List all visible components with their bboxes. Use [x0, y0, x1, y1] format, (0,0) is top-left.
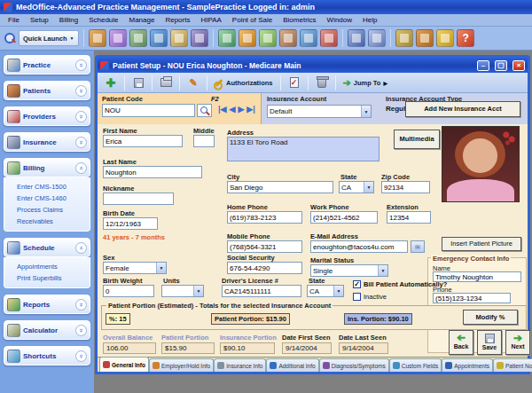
zip-input[interactable]: [381, 181, 430, 193]
verify-button[interactable]: ✓: [285, 75, 304, 91]
menu-point-of-sale[interactable]: Point of Sale: [228, 15, 277, 25]
appointments-icon[interactable]: [218, 29, 236, 47]
menu-hipaa[interactable]: HIPAA: [196, 15, 225, 25]
quick-launch-button[interactable]: Quick Launch▼: [19, 30, 79, 46]
tab-insurance-info[interactable]: Insurance Info: [214, 358, 266, 372]
menu-billing[interactable]: Billing: [55, 15, 82, 25]
emergency-phone-input[interactable]: [433, 293, 511, 303]
chevron-down-icon[interactable]: »: [75, 137, 87, 148]
tab-diagnosis-symptoms[interactable]: Diagnosis/Symptoms: [319, 358, 389, 372]
add-new-insurance-acct-button[interactable]: Add New Insurance Acct: [405, 101, 520, 117]
insert-patient-picture-button[interactable]: Insert Patient Picture: [442, 237, 521, 251]
lab-icon[interactable]: [150, 29, 168, 47]
next-button[interactable]: ➔Next: [505, 330, 530, 355]
add-patient-button[interactable]: ✚: [101, 75, 121, 91]
chevron-down-icon[interactable]: »: [75, 350, 87, 362]
cpt-codes-icon[interactable]: [89, 29, 106, 47]
sidebar-item-calculator[interactable]: Calculator »: [4, 320, 90, 340]
nickname-input[interactable]: [103, 193, 174, 205]
chevron-down-icon[interactable]: »: [75, 299, 87, 310]
save-button[interactable]: [129, 75, 148, 91]
mobile-phone-input[interactable]: [227, 240, 302, 253]
sex-select[interactable]: Female▼: [103, 262, 167, 274]
sidebar-item-practice[interactable]: Practice »: [4, 55, 90, 75]
chevron-down-icon[interactable]: »: [75, 325, 87, 336]
minimize-button[interactable]: –: [477, 60, 489, 71]
authorizations-button[interactable]: Authorizations: [211, 75, 277, 91]
sidebar-item-enter-cms-1460[interactable]: Enter CMS-1460: [17, 193, 88, 204]
statements-icon[interactable]: [395, 29, 413, 47]
sidebar-item-enter-cms-1500[interactable]: Enter CMS-1500: [17, 181, 88, 193]
birth-weight-input[interactable]: [103, 285, 154, 297]
lock-icon[interactable]: [436, 29, 454, 47]
insurance-account-select[interactable]: Default ▼: [267, 105, 372, 118]
tab-custom-fields[interactable]: Custom Fields: [389, 358, 442, 372]
last-name-input[interactable]: [103, 166, 202, 178]
point-of-sale-icon[interactable]: [416, 29, 434, 47]
address-input[interactable]: 1133 El Toro Road: [227, 137, 379, 161]
patient-code-input[interactable]: [102, 104, 195, 117]
inactive-checkbox[interactable]: [353, 293, 361, 301]
tab-appointments[interactable]: Appointments: [442, 358, 493, 372]
security-keys-icon[interactable]: [170, 29, 188, 47]
last-record-button[interactable]: ▶|: [246, 105, 254, 114]
first-record-button[interactable]: |◀: [218, 105, 226, 114]
multimedia-button[interactable]: Multimedia: [394, 130, 440, 149]
sidebar-item-shortcuts[interactable]: Shortcuts »: [4, 346, 90, 365]
tab-general-info[interactable]: General Info: [99, 357, 149, 372]
menu-help[interactable]: Help: [358, 15, 381, 25]
home-phone-input[interactable]: [227, 211, 302, 224]
city-input[interactable]: [227, 181, 333, 193]
bill-automatically-checkbox[interactable]: ✓: [353, 280, 361, 288]
chevron-down-icon[interactable]: »: [75, 85, 87, 97]
icd-codes-icon[interactable]: [109, 29, 127, 47]
close-button[interactable]: ×: [512, 60, 525, 71]
prev-record-button[interactable]: ◀: [229, 105, 235, 114]
sidebar-item-reports[interactable]: Reports »: [4, 295, 90, 314]
menu-biometrics[interactable]: Biometrics: [278, 15, 320, 25]
first-name-input[interactable]: [103, 135, 183, 147]
social-security-input[interactable]: [227, 262, 302, 274]
save-button-bottom[interactable]: Save: [477, 330, 502, 355]
delete-button[interactable]: [312, 75, 332, 91]
chevron-up-icon[interactable]: »: [75, 162, 87, 174]
sidebar-item-insurance[interactable]: Insurance »: [4, 132, 90, 152]
patient-setup-icon[interactable]: [129, 29, 147, 47]
menu-file[interactable]: File: [4, 15, 24, 25]
sidebar-item-process-claims[interactable]: Process Claims: [17, 204, 88, 216]
birth-date-input[interactable]: [103, 217, 158, 230]
sidebar-item-receivables[interactable]: Receivables: [17, 216, 88, 227]
menu-manage[interactable]: Manage: [125, 15, 160, 25]
edit-button[interactable]: ✎: [184, 75, 203, 91]
menu-schedule[interactable]: Schedule: [84, 15, 122, 25]
staff-icon[interactable]: [279, 29, 297, 47]
jump-to-button[interactable]: ➔ Jump To ▶: [340, 75, 392, 91]
payments-icon[interactable]: [239, 29, 256, 47]
marital-status-select[interactable]: Single▼: [310, 264, 388, 277]
chevron-down-icon[interactable]: »: [75, 111, 87, 122]
menu-setup[interactable]: Setup: [26, 15, 53, 25]
search-icon[interactable]: [4, 32, 16, 44]
drivers-license-input[interactable]: [222, 285, 301, 297]
tab-employer-hold-info[interactable]: Employer/Hold Info: [149, 358, 214, 372]
workstation-icon[interactable]: [300, 29, 317, 47]
sidebar-item-providers[interactable]: Providers »: [4, 106, 90, 126]
email-icon[interactable]: ✉: [411, 240, 425, 253]
claims-icon[interactable]: [259, 29, 277, 47]
dl-state-select[interactable]: CA▼: [307, 285, 344, 297]
reports-icon[interactable]: [348, 29, 365, 47]
back-button[interactable]: ➔Back: [449, 330, 473, 355]
sidebar-item-print-superbills[interactable]: Print Superbills: [17, 272, 88, 284]
tab-patient-notes[interactable]: Patient Notes: [493, 358, 532, 372]
work-phone-input[interactable]: [310, 211, 378, 224]
sidebar-item-billing[interactable]: Billing »: [4, 158, 90, 177]
state-select[interactable]: CA▼: [339, 181, 374, 193]
next-record-button[interactable]: ▶: [238, 105, 244, 114]
restore-button[interactable]: ▢: [495, 60, 507, 71]
menu-window[interactable]: Window: [323, 15, 356, 25]
sidebar-item-patients[interactable]: Patients »: [4, 81, 90, 100]
units-select[interactable]: ▼: [161, 285, 204, 297]
print-button[interactable]: [156, 75, 176, 91]
scheduler-icon[interactable]: [368, 29, 386, 47]
patient-search-button[interactable]: [197, 104, 212, 117]
